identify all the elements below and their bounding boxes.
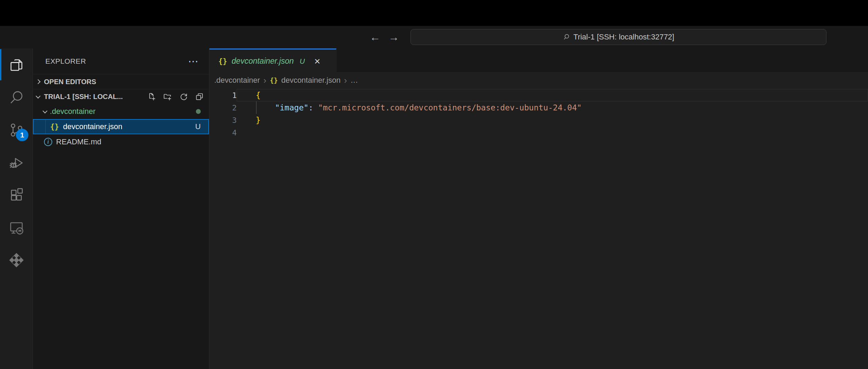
collapse-all-icon[interactable] bbox=[195, 92, 204, 101]
more-actions-icon[interactable]: ⋯ bbox=[187, 58, 200, 65]
tab-devcontainer-json[interactable]: {} devcontainer.json U × bbox=[209, 48, 336, 73]
diamond-grid-icon bbox=[8, 252, 25, 268]
open-editors-label: OPEN EDITORS bbox=[44, 78, 96, 86]
containers-activity-icon[interactable] bbox=[0, 244, 33, 276]
indent-guide bbox=[256, 101, 256, 114]
explorer-sidebar: EXPLORER ⋯ OPEN EDITORS TRIAL-1 [SSH: LO… bbox=[33, 48, 209, 369]
search-icon bbox=[563, 34, 570, 41]
sidebar-title-row: EXPLORER ⋯ bbox=[33, 48, 209, 74]
tab-bar: {} devcontainer.json U × bbox=[209, 48, 868, 73]
line-number: 4 bbox=[209, 128, 237, 137]
remote-explorer-icon bbox=[8, 219, 25, 236]
explorer-activity-icon[interactable] bbox=[0, 48, 33, 81]
file-name: README.md bbox=[56, 137, 101, 146]
chevron-right-icon bbox=[36, 79, 40, 84]
code-token: { bbox=[256, 91, 261, 100]
code-line-4: 4 bbox=[209, 126, 868, 139]
search-icon bbox=[8, 89, 25, 106]
chevron-down-icon bbox=[36, 94, 40, 99]
code-token: : bbox=[308, 103, 318, 112]
workspace-header[interactable]: TRIAL-1 [SSH: LOCAL... bbox=[33, 89, 209, 104]
info-icon: i bbox=[44, 138, 52, 146]
command-center[interactable]: Trial-1 [SSH: localhost:32772] bbox=[410, 29, 826, 45]
forward-arrow-icon[interactable]: → bbox=[385, 26, 403, 48]
json-file-icon: {} bbox=[270, 76, 278, 84]
title-bar: ← → Trial-1 [SSH: localhost:32772] bbox=[0, 26, 868, 48]
explorer-actions bbox=[147, 92, 204, 101]
tab-label: devcontainer.json bbox=[232, 56, 293, 66]
chevron-separator: › bbox=[263, 76, 266, 84]
code-line-1: 1 { bbox=[209, 89, 868, 101]
code-line-3: 3 } bbox=[209, 114, 868, 126]
tree-indent-guide bbox=[45, 120, 46, 134]
code-editor[interactable]: 1 { 2 "image": "mcr.microsoft.com/devcon… bbox=[209, 88, 868, 369]
git-untracked-badge: U bbox=[195, 122, 201, 131]
run-debug-activity-icon[interactable] bbox=[0, 146, 33, 179]
source-control-activity-icon[interactable]: 1 bbox=[0, 114, 33, 146]
tree-item-readme[interactable]: i README.md bbox=[33, 134, 209, 150]
source-control-badge: 1 bbox=[16, 129, 28, 141]
workspace-label: TRIAL-1 [SSH: LOCAL... bbox=[44, 93, 123, 101]
git-modified-dot bbox=[196, 109, 201, 114]
chevron-down-icon bbox=[43, 109, 47, 114]
sidebar-title: EXPLORER bbox=[45, 57, 86, 65]
tab-untracked-badge: U bbox=[300, 57, 305, 65]
tree-item-devcontainer-json[interactable]: {} devcontainer.json U bbox=[33, 119, 209, 134]
code-token bbox=[256, 103, 275, 112]
code-token: } bbox=[256, 116, 261, 125]
remote-explorer-activity-icon[interactable] bbox=[0, 211, 33, 244]
editor-group: {} devcontainer.json U × .devcontainer ›… bbox=[209, 48, 868, 369]
files-icon bbox=[8, 57, 25, 73]
refresh-icon[interactable] bbox=[179, 92, 188, 101]
back-arrow-icon[interactable]: ← bbox=[366, 26, 384, 48]
file-name: devcontainer.json bbox=[63, 122, 122, 131]
breadcrumb-folder[interactable]: .devcontainer bbox=[214, 76, 260, 85]
new-file-icon[interactable] bbox=[147, 92, 156, 101]
chevron-separator: › bbox=[344, 76, 347, 84]
search-activity-icon[interactable] bbox=[0, 81, 33, 114]
extensions-activity-icon[interactable] bbox=[0, 179, 33, 211]
code-token-string: "mcr.microsoft.com/devcontainers/base:de… bbox=[318, 103, 582, 112]
line-number: 1 bbox=[209, 91, 237, 100]
open-editors-header[interactable]: OPEN EDITORS bbox=[33, 74, 209, 89]
system-top-bar bbox=[0, 0, 868, 26]
breadcrumb-symbol[interactable]: … bbox=[351, 76, 358, 85]
vscode-window: ← → Trial-1 [SSH: localhost:32772] bbox=[0, 0, 868, 369]
new-folder-icon[interactable] bbox=[163, 92, 172, 101]
code-line-2: 2 "image": "mcr.microsoft.com/devcontain… bbox=[209, 101, 868, 114]
folder-name: .devcontainer bbox=[50, 107, 96, 116]
tree-item-devcontainer-folder[interactable]: .devcontainer bbox=[33, 104, 209, 119]
extensions-icon bbox=[8, 187, 25, 203]
code-token-key: "image" bbox=[275, 103, 308, 112]
debug-icon bbox=[8, 154, 25, 171]
breadcrumb: .devcontainer › {} devcontainer.json › … bbox=[209, 73, 868, 88]
close-icon[interactable]: × bbox=[313, 56, 322, 66]
json-file-icon: {} bbox=[218, 57, 227, 65]
line-number: 3 bbox=[209, 116, 237, 125]
workbench: 1 bbox=[0, 48, 868, 369]
command-center-text: Trial-1 [SSH: localhost:32772] bbox=[573, 33, 674, 42]
activity-bar: 1 bbox=[0, 48, 33, 369]
line-number: 2 bbox=[209, 104, 237, 112]
breadcrumb-file[interactable]: devcontainer.json bbox=[281, 76, 341, 85]
json-file-icon: {} bbox=[50, 123, 59, 131]
